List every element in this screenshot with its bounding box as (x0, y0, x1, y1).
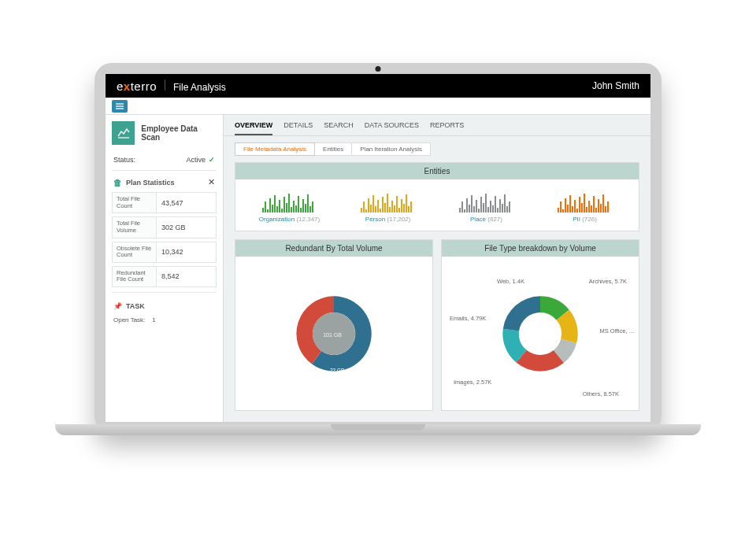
main: OVERVIEW DETAILS SEARCH DATA SOURCES REP… (224, 115, 650, 422)
plan-header: Employee Data Scan (112, 121, 217, 145)
brand-separator (165, 79, 165, 91)
tab-search[interactable]: SEARCH (324, 121, 354, 135)
redundant-label-b: 22 GB (330, 368, 344, 373)
svg-rect-61 (487, 207, 489, 213)
svg-rect-8 (269, 198, 271, 213)
filetype-label-images: Images, 2.57K (454, 379, 491, 386)
svg-rect-91 (605, 206, 606, 213)
entity-label: Organization (12,347) (259, 216, 320, 223)
plan-chart-icon (112, 121, 135, 145)
settings-icon[interactable]: ✕ (208, 177, 215, 187)
svg-rect-62 (490, 201, 491, 213)
stat-value: 8,542 (157, 267, 216, 286)
stat-label: Obsolete File Count (113, 242, 157, 262)
toolbar (106, 98, 650, 115)
stats-icon: 🗑 (113, 178, 122, 187)
svg-rect-90 (602, 194, 604, 213)
filetype-chart: Web, 1.4K Archives, 5.7K MS Office, … Ot… (442, 257, 639, 410)
entity-label: PII (726) (573, 216, 597, 223)
svg-rect-33 (375, 206, 376, 213)
svg-rect-10 (274, 195, 276, 213)
stat-row: Redundant File Count 8,542 (112, 266, 217, 287)
stat-value: 10,342 (157, 242, 216, 262)
svg-rect-25 (309, 206, 311, 213)
svg-rect-34 (377, 200, 379, 213)
list-toggle-button[interactable] (112, 100, 128, 113)
user-name[interactable]: John Smith (592, 80, 639, 91)
laptop-notch (331, 424, 425, 431)
svg-rect-45 (403, 204, 405, 213)
svg-rect-85 (591, 205, 592, 213)
svg-rect-38 (387, 194, 388, 213)
svg-rect-69 (506, 206, 508, 213)
svg-rect-54 (471, 195, 472, 213)
bars-icon (361, 186, 416, 213)
task-label: TASK (126, 302, 145, 310)
redundant-title: Redundant By Total Volume (235, 240, 432, 257)
entity-pii[interactable]: PII (726) (536, 186, 634, 223)
entity-person[interactable]: Person (17,202) (339, 186, 437, 223)
entity-organization[interactable]: Organization (12,347) (240, 186, 339, 223)
laptop-frame: exterro File Analysis John Smith Employe… (94, 63, 662, 433)
subtab-plan-iteration[interactable]: Plan Iteration Analysis (352, 142, 431, 156)
status-label: Status: (113, 156, 135, 164)
svg-rect-37 (384, 203, 386, 213)
open-task-row: Open Task: 1 (112, 315, 217, 325)
stats-label: Plan Statistics (126, 179, 175, 187)
entity-label: Place (827) (470, 216, 502, 223)
tab-details[interactable]: DETAILS (284, 121, 313, 135)
stat-label: Total File Count (113, 193, 157, 213)
svg-rect-66 (499, 199, 501, 213)
task-header: 📌 TASK (112, 292, 217, 315)
entity-place[interactable]: Place (827) (437, 186, 536, 223)
svg-rect-63 (492, 205, 494, 213)
svg-rect-23 (305, 204, 306, 213)
status-value: Active (186, 156, 206, 164)
camera-icon (376, 66, 381, 72)
svg-rect-57 (478, 209, 480, 213)
check-icon: ✓ (209, 156, 215, 164)
svg-rect-5 (262, 208, 264, 213)
svg-rect-83 (586, 207, 587, 213)
svg-rect-59 (483, 203, 484, 213)
svg-rect-81 (581, 203, 583, 213)
stat-label: Total File Volume (113, 217, 157, 237)
svg-rect-56 (476, 200, 477, 213)
redundant-panel: Redundant By Total Volume 79 GB (235, 239, 433, 411)
svg-rect-40 (391, 201, 393, 213)
tab-reports[interactable]: REPORTS (430, 121, 464, 135)
svg-rect-21 (300, 208, 302, 213)
tab-data-sources[interactable]: DATA SOURCES (365, 121, 419, 135)
filetype-label-archives: Archives, 5.7K (589, 278, 627, 285)
svg-rect-67 (502, 204, 503, 213)
subtab-file-metadata[interactable]: File Metadata Analysis (235, 142, 315, 156)
topbar: exterro File Analysis John Smith (106, 74, 650, 98)
svg-rect-75 (567, 205, 569, 213)
entity-label: Person (17,202) (365, 216, 410, 223)
stat-row: Obsolete File Count 10,342 (112, 242, 217, 263)
status-row: Status: Active ✓ (112, 153, 217, 171)
svg-rect-30 (368, 198, 369, 213)
filetype-label-others: Others, 8.57K (583, 390, 619, 397)
svg-rect-19 (295, 205, 297, 213)
svg-rect-76 (569, 195, 571, 213)
subtab-entities[interactable]: Entities (315, 142, 352, 156)
stat-row: Total File Count 43,547 (112, 192, 217, 213)
subtabs: File Metadata Analysis Entities Plan Ite… (224, 136, 650, 162)
plan-statistics-header: 🗑 Plan Statistics ✕ (112, 171, 217, 192)
filetype-title: File Type breakdown by Volume (442, 240, 639, 257)
filetype-label-emails: Emails, 4.79K (450, 315, 486, 322)
svg-rect-78 (574, 200, 576, 213)
svg-rect-53 (469, 205, 470, 213)
svg-rect-36 (382, 197, 384, 213)
bars-icon (459, 186, 514, 213)
main-tabs: OVERVIEW DETAILS SEARCH DATA SOURCES REP… (224, 115, 650, 136)
svg-rect-86 (593, 196, 595, 213)
svg-rect-17 (291, 207, 292, 213)
svg-rect-11 (276, 206, 278, 213)
svg-rect-88 (598, 199, 599, 213)
svg-rect-64 (495, 196, 496, 213)
svg-rect-80 (579, 197, 580, 213)
svg-rect-51 (464, 209, 465, 213)
tab-overview[interactable]: OVERVIEW (235, 121, 272, 135)
